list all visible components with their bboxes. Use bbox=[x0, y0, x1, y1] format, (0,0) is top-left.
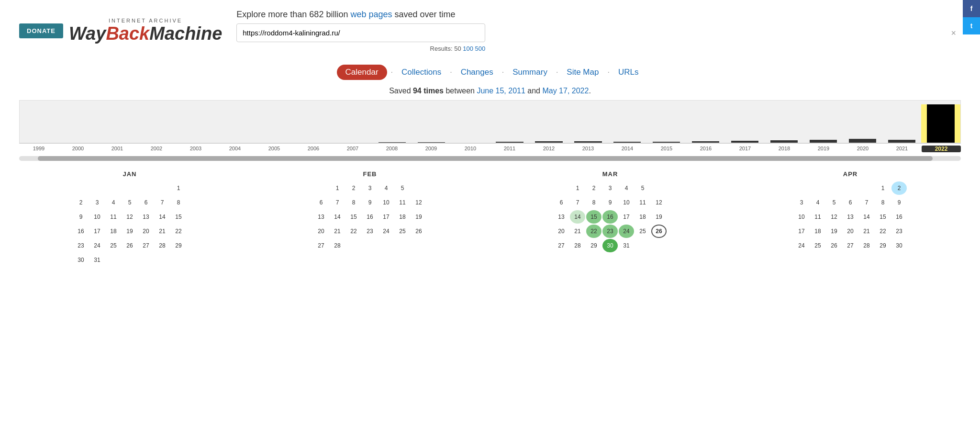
year-label: 2015 bbox=[647, 146, 686, 152]
cal-cell: 13 bbox=[138, 210, 154, 224]
cal-cell: 12 bbox=[651, 196, 667, 209]
cal-cell: 27 bbox=[554, 239, 569, 252]
cal-cell: 19 bbox=[411, 210, 426, 224]
cal-cell: 26 bbox=[411, 225, 426, 238]
search-input[interactable] bbox=[236, 23, 485, 42]
tab-collections[interactable]: Collections bbox=[397, 65, 446, 80]
timeline-year-bar[interactable] bbox=[765, 140, 804, 143]
cal-cell: 25 bbox=[395, 225, 410, 238]
timeline-year-bar[interactable] bbox=[529, 141, 568, 143]
cal-cell: 3 bbox=[602, 181, 618, 195]
timeline-year-bar[interactable] bbox=[608, 142, 647, 143]
timeline-wrap: 1999200020012002200320042005200620072008… bbox=[19, 100, 961, 161]
web-pages-link[interactable]: web pages bbox=[350, 10, 392, 19]
cal-cell bbox=[843, 181, 858, 195]
saved-text: Saved 94 times between June 15, 2011 and… bbox=[0, 87, 980, 95]
cal-cell[interactable]: 22 bbox=[586, 225, 601, 238]
cal-cell: 17 bbox=[794, 225, 809, 238]
cal-cell[interactable]: 15 bbox=[586, 210, 601, 224]
timeline-year-bar[interactable] bbox=[490, 142, 529, 143]
twitter-button[interactable]: t bbox=[963, 17, 980, 34]
end-date-link[interactable]: May 17, 2022 bbox=[542, 87, 589, 95]
cal-cell: 9 bbox=[602, 196, 618, 209]
cal-cell[interactable]: 2 bbox=[891, 181, 907, 195]
cal-cell bbox=[155, 181, 170, 195]
timeline-year-bar[interactable] bbox=[412, 142, 451, 143]
month-block: FEB1234567891011121314151617181920212223… bbox=[259, 170, 480, 267]
cal-cell: 28 bbox=[330, 239, 345, 252]
tab-sitemap[interactable]: Site Map bbox=[562, 65, 603, 80]
cal-cell[interactable]: 24 bbox=[619, 225, 634, 238]
cal-cell[interactable]: 26 bbox=[651, 225, 667, 238]
cal-cell: 29 bbox=[171, 239, 186, 252]
wb-machine: Machine bbox=[149, 23, 222, 44]
cal-cell: 7 bbox=[155, 196, 170, 209]
tab-changes[interactable]: Changes bbox=[456, 65, 498, 80]
cal-cell[interactable]: 23 bbox=[602, 225, 618, 238]
timeline-year-bar[interactable] bbox=[568, 141, 608, 143]
cal-cell: 2 bbox=[346, 181, 361, 195]
cal-cell: 25 bbox=[106, 239, 121, 252]
timeline-thumb[interactable] bbox=[38, 156, 933, 161]
cal-cell: 28 bbox=[570, 239, 585, 252]
month-title: FEB bbox=[259, 170, 480, 178]
cal-grid: 1234567891011121314151617181920212223242… bbox=[500, 181, 721, 252]
cal-cell: 11 bbox=[395, 196, 410, 209]
donate-button[interactable]: DONATE bbox=[19, 23, 63, 38]
year-label: 2019 bbox=[804, 146, 843, 152]
cal-cell: 27 bbox=[138, 239, 154, 252]
cal-cell bbox=[122, 181, 137, 195]
timeline-bar[interactable] bbox=[19, 100, 961, 143]
timeline-year-bar[interactable] bbox=[882, 140, 921, 143]
year-label: 2016 bbox=[686, 146, 725, 152]
month-title: MAR bbox=[500, 170, 721, 178]
cal-cell: 11 bbox=[106, 210, 121, 224]
timeline-year-bar[interactable] bbox=[921, 104, 960, 143]
cal-cell: 6 bbox=[554, 196, 569, 209]
timeline-year-bar[interactable] bbox=[803, 140, 843, 143]
cal-cell bbox=[379, 239, 394, 252]
results-500-link[interactable]: 500 bbox=[475, 45, 486, 52]
nav-dot-2: · bbox=[450, 68, 452, 77]
nav-dot-1: · bbox=[391, 68, 393, 77]
cal-cell: 29 bbox=[586, 239, 601, 252]
wb-wordmark: WayBackMachine bbox=[69, 23, 222, 44]
facebook-button[interactable]: f bbox=[963, 0, 980, 17]
tab-calendar[interactable]: Calendar bbox=[337, 65, 387, 80]
tab-urls[interactable]: URLs bbox=[613, 65, 644, 80]
nav-dot-3: · bbox=[502, 68, 504, 77]
cal-cell bbox=[89, 181, 105, 195]
cal-grid: 1234567891011121314151617181920212223242… bbox=[740, 181, 961, 252]
cal-cell: 10 bbox=[379, 196, 394, 209]
ia-text: INTERNET ARCHIVE bbox=[109, 18, 182, 23]
cal-cell: 2 bbox=[586, 181, 601, 195]
cal-cell: 12 bbox=[411, 196, 426, 209]
clear-button[interactable]: × bbox=[951, 29, 956, 37]
cal-cell: 11 bbox=[810, 210, 825, 224]
start-date-link[interactable]: June 15, 2011 bbox=[477, 87, 525, 95]
year-label: 2000 bbox=[58, 146, 98, 152]
cal-cell: 14 bbox=[859, 210, 874, 224]
timeline-year-bar[interactable] bbox=[372, 142, 412, 143]
tab-summary[interactable]: Summary bbox=[508, 65, 552, 80]
cal-cell bbox=[106, 253, 121, 267]
timeline-year-bar[interactable] bbox=[843, 139, 882, 143]
cal-cell: 29 bbox=[875, 239, 891, 252]
cal-cell: 1 bbox=[171, 181, 186, 195]
timeline-year-bar[interactable] bbox=[647, 142, 686, 143]
cal-cell: 7 bbox=[570, 196, 585, 209]
cal-cell[interactable]: 16 bbox=[602, 210, 618, 224]
results-100-link[interactable]: 100 bbox=[463, 45, 473, 52]
cal-cell: 5 bbox=[122, 196, 137, 209]
nav-dot-5: · bbox=[607, 68, 609, 77]
timeline-year-bar[interactable] bbox=[686, 141, 725, 143]
nav-tabs: Calendar · Collections · Changes · Summa… bbox=[0, 65, 980, 80]
cal-cell[interactable]: 14 bbox=[570, 210, 585, 224]
timeline-year-bar[interactable] bbox=[725, 141, 765, 143]
cal-cell: 17 bbox=[379, 210, 394, 224]
saved-count: 94 times bbox=[413, 87, 444, 95]
timeline-scrollbar[interactable] bbox=[19, 156, 961, 161]
logo-area: DONATE INTERNET ARCHIVE WayBackMachine bbox=[19, 18, 222, 44]
cal-cell[interactable]: 30 bbox=[602, 239, 618, 252]
year-label: 2012 bbox=[529, 146, 568, 152]
